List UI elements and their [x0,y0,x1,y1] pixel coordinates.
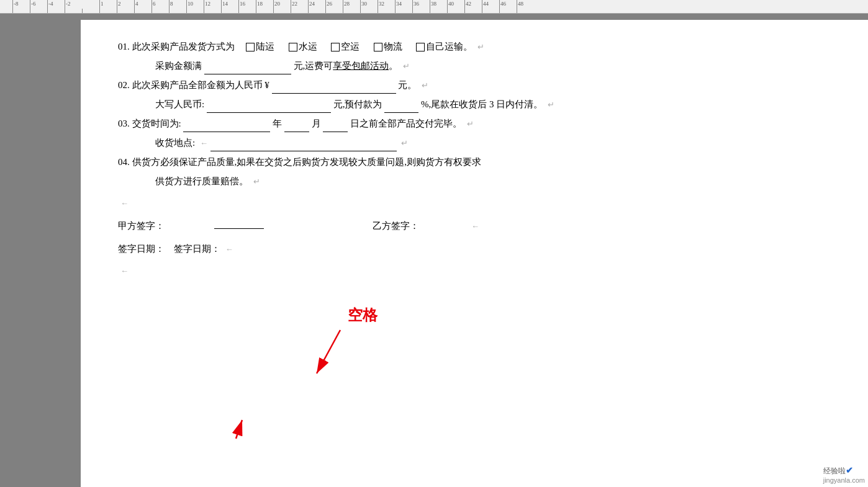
para-02-indent-text2: 元,预付款为 [333,99,382,109]
checkbox-water[interactable] [289,43,297,51]
para-02-indent: 大写人民币: 元,预付款为 %,尾款在收货后 3 日内付清。 ↵ [155,96,831,113]
sign-date-label1: 签字日期： [118,244,165,254]
para-04-indent: 供货方进行质量赔偿。 ↵ [155,173,831,190]
sign-date-label2: 签字日期： [174,244,220,254]
para-03-text2: 日之前全部产品交付完毕。 [350,118,462,128]
para-03-text1: 交货时间为: [132,118,181,128]
doc-page: 01. 此次采购产品发货方式为 陆运 水运 空运 物流 自己运输。 ↵ 采购金额… [81,20,868,487]
para-02-num: 02. [118,80,130,90]
para-01-indent-text3: 。 [389,61,398,71]
para-01: 01. 此次采购产品发货方式为 陆运 水运 空运 物流 自己运输。 ↵ [118,38,831,55]
checkbox-land[interactable] [246,43,255,51]
para-04-text: 供货方必须保证产品质量,如果在交货之后购货方发现较大质量问题,则购货方有权要求 [132,157,482,167]
return-arrow-blank1: ← [120,199,129,208]
para-01-indent-text2: 元,运费可 [294,61,333,71]
para-02: 02. 此次采购产品全部金额为人民币 ¥ 元。 ↵ [118,77,831,94]
para-02-text2: 元。 [398,80,417,90]
para-01-num: 01. [118,42,130,51]
signature-row: 甲方签字： 乙方签字： ← [118,218,831,235]
return-arrow-03i-pre: ← [200,138,208,148]
field-total-amount[interactable] [272,83,396,94]
para-04-indent-text: 供货方进行质量赔偿。 [155,176,248,186]
field-party-a-sig[interactable] [214,218,264,229]
field-amount[interactable] [204,63,291,74]
option-self: 自己运输。 [426,42,472,51]
return-arrow-03i: ↵ [401,138,408,148]
sign-date-row: 签字日期： 签字日期： ← [118,241,831,257]
field-delivery-year[interactable] [183,121,270,132]
field-prepayment[interactable] [384,102,418,113]
blank-line-2: ← [118,262,831,279]
para-03-year: 年 [273,118,282,128]
return-arrow-04i: ↵ [253,177,260,186]
watermark-site: 经验啦 [823,467,846,475]
checkbox-logistics[interactable] [374,43,382,51]
doc-container: 01. 此次采购产品发货方式为 陆运 水运 空运 物流 自己运输。 ↵ 采购金额… [0,14,868,487]
checkbox-air[interactable] [331,43,340,51]
field-amount-chinese[interactable] [207,102,331,113]
annotation-space: 空格 [348,305,377,325]
para-02-text1: 此次采购产品全部金额为人民币 ¥ [132,80,269,90]
blank-line-1: ← [118,195,831,212]
para-03-month: 月 [312,118,321,128]
para-03: 03. 交货时间为: 年 月 日之前全部产品交付完毕。 ↵ [118,115,831,132]
field-delivery-day[interactable] [323,121,348,132]
para-03-num: 03. [118,118,130,128]
para-01-indent: 采购金额满 元,运费可享受包邮活动。 ↵ [155,58,831,74]
watermark-check: ✔ [846,465,853,475]
return-arrow-03: ↵ [467,119,474,128]
checkbox-self[interactable] [416,43,425,51]
return-arrow-date: ← [225,244,233,254]
option-logistics: 物流 [384,42,402,51]
para-02-indent-text3: %,尾款在收货后 3 日内付清。 [421,99,543,109]
para-03-indent-text1: 收货地点: [155,138,195,148]
para-02-indent-text1: 大写人民币: [155,99,204,109]
para-03-indent: 收货地点: ← ↵ [155,135,831,151]
watermark-url: jingyanla.com [823,476,865,484]
field-delivery-month[interactable] [284,121,309,132]
ruler: -8-6-4-212468101214161820222426283032343… [0,0,868,14]
party-b-label: 乙方签字： [373,218,419,235]
para-04-num: 04. [118,157,130,167]
return-arrow-01i: ↵ [403,61,410,71]
return-arrow-sig: ← [471,219,479,233]
return-arrow-01: ↵ [477,42,484,51]
return-arrow-02i: ↵ [548,100,554,109]
option-water: 水运 [299,42,317,51]
option-land: 陆运 [256,42,274,51]
return-arrow-blank2: ← [120,266,129,275]
watermark: 经验啦✔ jingyanla.com [823,465,865,484]
field-delivery-address[interactable] [210,140,397,151]
return-arrow-02: ↵ [422,81,428,90]
para-04: 04. 供货方必须保证产品质量,如果在交货之后购货方发现较大质量问题,则购货方有… [118,154,831,171]
para-01-text: 此次采购产品发货方式为 [132,42,235,51]
para-01-indent-text1: 采购金额满 [155,61,202,71]
option-air: 空运 [341,42,359,51]
link-free-shipping[interactable]: 享受包邮活动 [333,61,389,71]
party-a-label: 甲方签字： [118,218,165,235]
